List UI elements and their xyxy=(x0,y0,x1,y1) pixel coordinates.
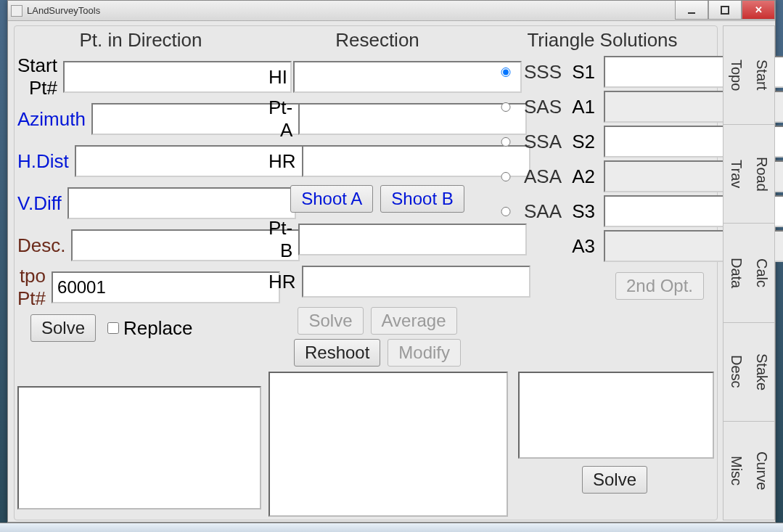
hr2-label: HR xyxy=(268,271,302,293)
titlebar[interactable]: LAndSurveyTools ✕ xyxy=(8,1,775,21)
ptb-label: Pt-B xyxy=(268,217,298,262)
window-title: LAndSurveyTools xyxy=(27,5,100,16)
a3-label: A3 xyxy=(567,235,598,258)
hdist-label: H.Dist xyxy=(17,150,75,173)
pt-in-direction-panel: Pt. in Direction Start Pt# Azimuth H.Dis… xyxy=(17,29,264,342)
radio-asa-label: ASA xyxy=(524,165,562,188)
radio-asa[interactable] xyxy=(493,172,518,181)
second-opt-button[interactable]: 2nd Opt. xyxy=(615,272,704,300)
pta-label: Pt-A xyxy=(268,97,298,142)
tab-data-calc[interactable]: Data Calc xyxy=(723,224,775,322)
taskbar[interactable] xyxy=(0,523,783,532)
resection-panel: Resection HI Pt-A HR Shoot A Shoot B Pt-… xyxy=(268,29,486,371)
reshoot-button[interactable]: Reshoot xyxy=(294,339,380,367)
radio-ssa-label: SSA xyxy=(524,131,562,153)
replace-checkbox-row: Replace xyxy=(107,317,192,340)
triangle-output-list[interactable] xyxy=(518,372,714,459)
bottom-area: Solve xyxy=(17,372,714,517)
radio-saa[interactable] xyxy=(493,207,518,216)
hi-label: HI xyxy=(268,66,293,89)
replace-checkbox[interactable] xyxy=(107,322,119,334)
close-button[interactable]: ✕ xyxy=(742,1,775,20)
radio-sss[interactable] xyxy=(493,67,518,77)
s2-label: S2 xyxy=(567,131,598,153)
main-panel: Pt. in Direction Start Pt# Azimuth H.Dis… xyxy=(14,25,718,520)
direction-output-list[interactable] xyxy=(17,386,261,510)
resection-solve-button[interactable]: Solve xyxy=(298,307,363,335)
resection-average-button[interactable]: Average xyxy=(371,307,457,335)
azimuth-label: Azimuth xyxy=(17,108,91,131)
triangle-solve-button[interactable]: Solve xyxy=(582,466,647,494)
resection-heading: Resection xyxy=(268,29,486,52)
desc-label: Desc. xyxy=(17,234,71,257)
radio-sas[interactable] xyxy=(493,102,518,112)
window-buttons: ✕ xyxy=(675,1,775,20)
svg-rect-0 xyxy=(688,12,695,14)
a2-label: A2 xyxy=(567,165,598,188)
vdiff-input[interactable] xyxy=(67,187,296,219)
radio-ssa[interactable] xyxy=(493,137,518,147)
triangle-heading: Triangle Solutions xyxy=(493,29,711,52)
startpt-label: Start Pt# xyxy=(17,54,63,99)
a1-label: A1 xyxy=(567,96,598,118)
shoot-b-button[interactable]: Shoot B xyxy=(380,185,464,213)
vdiff-label: V.Diff xyxy=(17,192,67,215)
svg-rect-1 xyxy=(721,7,729,14)
triangle-panel: Triangle Solutions SSS S1 SAS A1 SSA S2 … xyxy=(493,29,711,300)
tab-topo-start[interactable]: Topo Start xyxy=(723,25,775,125)
desc-input[interactable] xyxy=(71,229,300,261)
hi-input[interactable] xyxy=(293,61,522,93)
right-tab-strip: Topo Start Trav Road Data Calc Desc Stak… xyxy=(723,25,775,520)
app-window: LAndSurveyTools ✕ Pt. in Direction Start… xyxy=(7,0,776,523)
replace-label: Replace xyxy=(123,317,192,340)
tpopt-label: tpo Pt# xyxy=(17,265,52,310)
startpt-input[interactable] xyxy=(63,61,292,93)
minimize-button[interactable] xyxy=(675,1,708,20)
shoot-a-button[interactable]: Shoot A xyxy=(290,185,373,213)
tab-trav-road[interactable]: Trav Road xyxy=(723,125,775,224)
client-area: Pt. in Direction Start Pt# Azimuth H.Dis… xyxy=(8,21,775,522)
radio-sss-label: SSS xyxy=(524,61,562,83)
resection-output-list[interactable] xyxy=(268,372,508,517)
s1-label: S1 xyxy=(567,61,598,83)
hr1-label: HR xyxy=(268,150,302,173)
radio-sas-label: SAS xyxy=(524,96,562,118)
direction-solve-button[interactable]: Solve xyxy=(30,314,96,342)
tab-desc-stake[interactable]: Desc Stake xyxy=(723,323,775,422)
s3-label: S3 xyxy=(567,200,598,223)
tpopt-input[interactable] xyxy=(52,271,280,303)
pta-input[interactable] xyxy=(298,103,527,135)
app-icon xyxy=(11,5,22,17)
maximize-button[interactable] xyxy=(708,1,742,20)
tab-misc-curve[interactable]: Misc Curve xyxy=(723,422,775,520)
direction-heading: Pt. in Direction xyxy=(17,29,264,52)
radio-saa-label: SAA xyxy=(524,200,562,223)
modify-button[interactable]: Modify xyxy=(388,339,461,367)
ptb-input[interactable] xyxy=(298,224,527,255)
